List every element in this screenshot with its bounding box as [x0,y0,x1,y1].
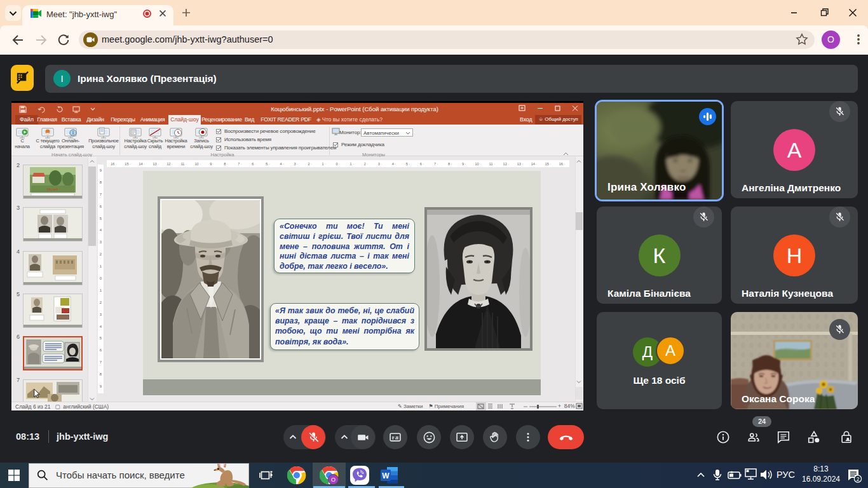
svg-text:2: 2 [857,476,860,482]
svg-text:W: W [382,471,390,480]
svg-text:Музей: Музей [47,187,58,191]
svg-text:O: O [331,477,336,483]
